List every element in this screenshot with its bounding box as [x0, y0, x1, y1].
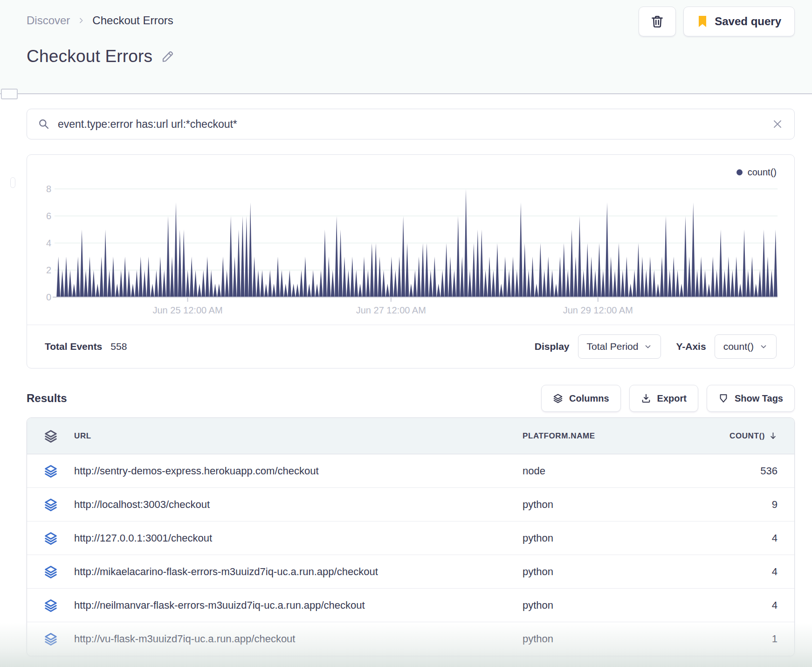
row-actions-stack-icon[interactable] [27, 464, 74, 478]
tag-icon [718, 393, 729, 403]
table-row: http://localhost:3003/checkout python 9 [27, 488, 794, 521]
count-cell: 4 [676, 566, 794, 578]
chevron-right-icon [77, 17, 85, 24]
svg-text:8: 8 [46, 184, 51, 194]
chart-controls: Display Total Period Y-Axis count() [535, 334, 777, 359]
row-actions-stack-icon[interactable] [27, 531, 74, 545]
row-actions-stack-icon[interactable] [27, 598, 74, 612]
drag-grip[interactable] [10, 177, 15, 188]
url-cell: http://localhost:3003/checkout [74, 499, 523, 511]
sort-desc-icon [769, 431, 778, 440]
column-header-url[interactable]: URL [74, 431, 523, 441]
column-header-count[interactable]: COUNT() [676, 431, 794, 441]
total-events-value: 558 [110, 341, 127, 352]
svg-text:0: 0 [46, 292, 51, 302]
platform-cell: python [523, 599, 676, 611]
columns-button[interactable]: Columns [541, 385, 621, 412]
platform-cell: python [523, 566, 676, 578]
column-header-platform[interactable]: PLATFORM.NAME [523, 431, 676, 441]
svg-text:Jun 29 12:00 AM: Jun 29 12:00 AM [563, 305, 633, 315]
trash-icon [650, 14, 664, 28]
saved-query-label: Saved query [715, 15, 781, 28]
platform-cell: python [523, 633, 676, 645]
count-cell: 4 [676, 532, 794, 544]
table-row: http://mikaelacarino-flask-errors-m3uuiz… [27, 555, 794, 589]
table-body: http://sentry-demos-express.herokuapp.co… [27, 454, 794, 656]
header-stack-icon[interactable] [27, 429, 74, 443]
legend-dot-icon [736, 169, 743, 175]
count-cell: 536 [676, 465, 794, 477]
stack-icon [553, 393, 563, 403]
row-actions-stack-icon[interactable] [27, 498, 74, 512]
header-actions: Saved query [639, 7, 795, 36]
table-row: http://sentry-demos-express.herokuapp.co… [27, 454, 794, 488]
search-input[interactable] [57, 118, 764, 131]
saved-query-button[interactable]: Saved query [683, 7, 795, 36]
results-header-row: Results Columns Export Show Tags [27, 385, 795, 412]
svg-text:6: 6 [46, 211, 51, 221]
chart-svg: 02468Jun 25 12:00 AMJun 27 12:00 AMJun 2… [27, 160, 794, 319]
platform-cell: python [523, 499, 676, 511]
table-row: http://vu-flask-m3uuizd7iq-uc.a.run.app/… [27, 622, 794, 656]
total-events-label: Total Events [45, 341, 102, 352]
display-label: Display [535, 341, 570, 352]
svg-text:4: 4 [46, 238, 51, 248]
bookmark-icon [697, 15, 708, 28]
download-icon [641, 393, 651, 403]
platform-cell: node [523, 465, 676, 477]
breadcrumb: Discover Checkout Errors [27, 14, 173, 27]
y-axis-label: Y-Axis [676, 341, 706, 352]
count-cell: 1 [676, 633, 794, 645]
search-bar [27, 109, 795, 139]
clear-search-icon[interactable] [772, 118, 783, 130]
delete-query-button[interactable] [639, 7, 676, 36]
events-chart-panel: 02468Jun 25 12:00 AMJun 27 12:00 AMJun 2… [27, 154, 795, 368]
table-row: http://neilmanvar-flask-errors-m3uuizd7i… [27, 589, 794, 622]
page-title: Checkout Errors [27, 47, 175, 66]
url-cell: http://127.0.0.1:3001/checkout [74, 532, 523, 544]
chart-region: 02468Jun 25 12:00 AMJun 27 12:00 AMJun 2… [27, 155, 794, 325]
results-heading: Results [27, 392, 67, 405]
row-actions-stack-icon[interactable] [27, 632, 74, 646]
row-actions-stack-icon[interactable] [27, 565, 74, 579]
url-cell: http://neilmanvar-flask-errors-m3uuizd7i… [74, 599, 523, 611]
results-table: URL PLATFORM.NAME COUNT() http://sentry-… [27, 417, 795, 656]
breadcrumb-discover[interactable]: Discover [27, 14, 70, 27]
count-cell: 9 [676, 499, 794, 511]
y-axis-dropdown[interactable]: count() [715, 334, 777, 359]
edit-pencil-icon[interactable] [161, 49, 175, 63]
chevron-down-icon [644, 342, 652, 351]
chevron-down-icon [759, 342, 768, 351]
show-tags-button[interactable]: Show Tags [707, 385, 795, 412]
collapsed-panel-handle[interactable] [1, 89, 18, 99]
table-row: http://127.0.0.1:3001/checkout python 4 [27, 521, 794, 555]
url-cell: http://mikaelacarino-flask-errors-m3uuiz… [74, 566, 523, 578]
svg-text:Jun 27 12:00 AM: Jun 27 12:00 AM [356, 305, 426, 315]
count-cell: 4 [676, 599, 794, 611]
chart-footer: Total Events 558 Display Total Period Y-… [27, 325, 794, 368]
svg-text:Jun 25 12:00 AM: Jun 25 12:00 AM [152, 305, 222, 315]
table-header: URL PLATFORM.NAME COUNT() [27, 418, 794, 454]
legend-label: count() [748, 167, 777, 178]
results-actions: Columns Export Show Tags [541, 385, 795, 412]
search-icon [38, 118, 49, 130]
svg-text:2: 2 [46, 265, 51, 275]
url-cell: http://sentry-demos-express.herokuapp.co… [74, 465, 523, 477]
chart-legend[interactable]: count() [736, 167, 777, 178]
display-dropdown[interactable]: Total Period [578, 334, 661, 359]
platform-cell: python [523, 532, 676, 544]
url-cell: http://vu-flask-m3uuizd7iq-uc.a.run.app/… [74, 633, 523, 645]
breadcrumb-current: Checkout Errors [92, 14, 173, 27]
page-header: Discover Checkout Errors Checkout Errors… [0, 0, 812, 94]
export-button[interactable]: Export [629, 385, 698, 412]
